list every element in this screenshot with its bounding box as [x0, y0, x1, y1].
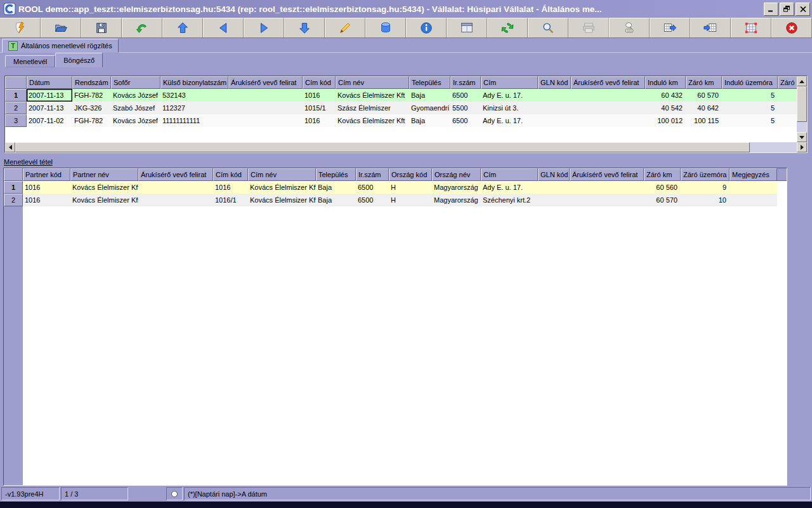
print-device-button[interactable]: [609, 18, 650, 37]
column-header-c-m-n-v[interactable]: Cím név: [336, 76, 409, 89]
cell[interactable]: 2007-11-13: [27, 89, 72, 102]
column-header-z-r-km[interactable]: Záró km: [644, 168, 681, 181]
column-header-telep-l-s[interactable]: Település: [316, 168, 356, 181]
refresh-button[interactable]: [487, 18, 528, 37]
close-button[interactable]: [796, 3, 810, 16]
cell[interactable]: [570, 181, 644, 194]
column-header-k-ls-bizonylatsz-m[interactable]: Külső bizonylatszám: [160, 76, 228, 89]
first-record-button[interactable]: [162, 18, 203, 37]
tab-bongeszo[interactable]: Böngésző: [55, 53, 103, 67]
scroll-right-button[interactable]: [797, 142, 807, 152]
cell[interactable]: Kovács Élelmiszer Kft: [336, 114, 409, 127]
cell[interactable]: [228, 114, 303, 127]
cell[interactable]: Magyarország: [432, 194, 481, 206]
import-table-button[interactable]: [690, 18, 731, 37]
column-header-indul-km[interactable]: Induló km: [645, 76, 686, 89]
column-header-z-r-zem-ra[interactable]: Záró üzemóra: [681, 168, 730, 181]
search-button[interactable]: [528, 18, 568, 37]
cell[interactable]: [730, 181, 777, 194]
grid-layout-button[interactable]: [731, 18, 771, 37]
cell[interactable]: Ady E. u. 17.: [481, 114, 538, 127]
cell[interactable]: 11111111111: [160, 114, 228, 127]
cell[interactable]: Szász Élelmiszer: [336, 102, 409, 114]
cell[interactable]: Kovács József: [111, 89, 160, 102]
scroll-down-button[interactable]: [797, 132, 807, 142]
table-row[interactable]: 12007-11-13FGH-782Kovács József532143101…: [5, 89, 797, 102]
column-header-c-m-n-v[interactable]: Cím név: [248, 168, 316, 181]
cell[interactable]: 40 642: [686, 102, 722, 114]
column-header-gln-k-d[interactable]: GLN kód: [538, 76, 571, 89]
cell[interactable]: [538, 89, 571, 102]
row-number[interactable]: 1: [5, 89, 27, 102]
cell[interactable]: [571, 114, 645, 127]
horizontal-scrollbar[interactable]: [5, 142, 807, 152]
save-button[interactable]: [81, 18, 122, 37]
vertical-scrollbar[interactable]: [797, 76, 807, 142]
cell[interactable]: 1015/1: [303, 102, 336, 114]
row-number[interactable]: 2: [5, 102, 27, 114]
export-table-button[interactable]: [650, 18, 690, 37]
cell[interactable]: [538, 194, 570, 206]
cell[interactable]: Kovács Élelmsizer Kft: [248, 194, 316, 206]
cell[interactable]: [778, 89, 797, 102]
cell[interactable]: 1016: [23, 194, 70, 206]
cell[interactable]: 6500: [450, 114, 481, 127]
cell[interactable]: Kovács József: [111, 114, 160, 127]
cell[interactable]: 5: [722, 102, 778, 114]
cell[interactable]: [730, 194, 777, 206]
exit-button[interactable]: [771, 18, 812, 37]
cell[interactable]: [571, 102, 645, 114]
cell[interactable]: 1016/1: [213, 194, 248, 206]
cell[interactable]: JKG-326: [72, 102, 111, 114]
column-header-ruk-s-r-vev-felirat[interactable]: Árukísérő vevő felirat: [570, 168, 644, 181]
column-header-telep-l-s[interactable]: Település: [409, 76, 450, 89]
print-button[interactable]: [568, 18, 609, 37]
cell[interactable]: Baja: [316, 181, 356, 194]
column-header-ruk-s-r-vev-felirat[interactable]: Árukísérő vevő felirat: [228, 76, 303, 89]
column-header-ir-sz-m[interactable]: Ir.szám: [450, 76, 481, 89]
restore-button[interactable]: [780, 3, 794, 16]
cell[interactable]: 532143: [160, 89, 228, 102]
cell[interactable]: 1016: [303, 89, 336, 102]
table-row[interactable]: 21016Kovács Élelmiszer Kft1016/1Kovács É…: [4, 194, 787, 206]
cell[interactable]: [138, 194, 213, 206]
column-header-orsz-g-k-d[interactable]: Ország kód: [389, 168, 432, 181]
undo-button[interactable]: [122, 18, 162, 37]
cell[interactable]: Kovács Élelmiszer Kft: [336, 89, 409, 102]
cell[interactable]: [228, 102, 303, 114]
cell[interactable]: 40 542: [645, 102, 686, 114]
edit-button[interactable]: [325, 18, 365, 37]
cell[interactable]: Kovács Élelmiszer Kft: [70, 194, 138, 206]
cell[interactable]: Széchenyi krt.2: [481, 194, 538, 206]
cell[interactable]: 60 560: [644, 181, 681, 194]
run-button[interactable]: [0, 18, 41, 37]
horizontal-scroll-thumb[interactable]: [15, 142, 750, 152]
cell[interactable]: FGH-782: [72, 114, 111, 127]
cell[interactable]: Kinizsi út 3.: [481, 102, 538, 114]
previous-record-button[interactable]: [203, 18, 244, 37]
cell[interactable]: 6500: [356, 194, 389, 206]
cell[interactable]: 1016: [213, 181, 248, 194]
cell[interactable]: 10: [681, 194, 730, 206]
tab-altalanos-menetlevel-rogzites[interactable]: T Általános menetlevél rögzítés: [2, 39, 119, 53]
cell[interactable]: 100 012: [645, 114, 686, 127]
column-header-indul-zem-ra[interactable]: Induló üzemóra: [722, 76, 778, 89]
cell[interactable]: Magyarország: [432, 181, 481, 194]
cell[interactable]: 112327: [160, 102, 228, 114]
next-record-button[interactable]: [244, 18, 284, 37]
cell[interactable]: H: [389, 181, 432, 194]
cell[interactable]: [538, 114, 571, 127]
cell[interactable]: [138, 181, 213, 194]
cell[interactable]: 6500: [356, 181, 389, 194]
row-number[interactable]: 2: [4, 194, 23, 206]
cell[interactable]: Kovács Élelmiszer Kft: [70, 181, 138, 194]
cell[interactable]: [778, 102, 797, 114]
last-record-button[interactable]: [284, 18, 325, 37]
cell[interactable]: [538, 181, 570, 194]
cell[interactable]: 1016: [23, 181, 70, 194]
column-header-c-m-k-d[interactable]: Cím kód: [213, 168, 248, 181]
table-row[interactable]: 22007-11-13JKG-326Szabó Jószef1123271015…: [5, 102, 797, 114]
column-header-gln-k-d[interactable]: GLN kód: [538, 168, 570, 181]
tab-menetlevel[interactable]: Menetlevél: [5, 55, 55, 67]
cell[interactable]: 60 570: [644, 194, 681, 206]
